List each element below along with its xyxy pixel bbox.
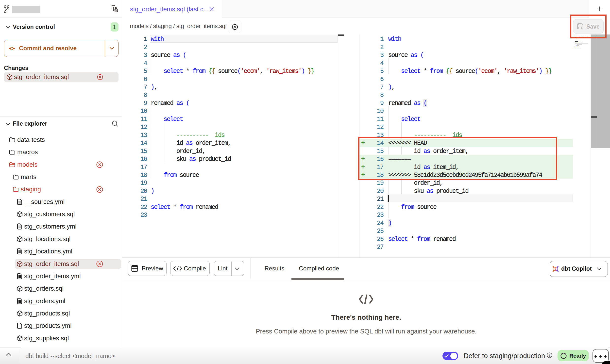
svg-text:?: ? xyxy=(549,353,551,357)
